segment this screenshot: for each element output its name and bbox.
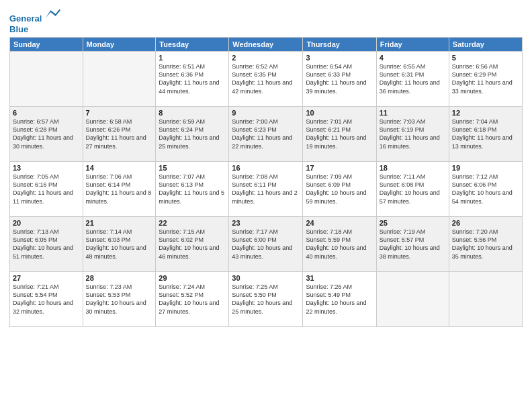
calendar-day-cell: 22Sunrise: 7:15 AMSunset: 6:02 PMDayligh…: [156, 217, 229, 272]
day-info: Sunrise: 7:18 AMSunset: 5:59 PMDaylight:…: [306, 228, 373, 261]
calendar-day-cell: 17Sunrise: 7:09 AMSunset: 6:09 PMDayligh…: [303, 162, 376, 217]
day-info: Sunrise: 7:23 AMSunset: 5:53 PMDaylight:…: [86, 283, 153, 316]
calendar-day-cell: 2Sunrise: 6:52 AMSunset: 6:35 PMDaylight…: [229, 52, 303, 107]
day-info: Sunrise: 6:58 AMSunset: 6:26 PMDaylight:…: [86, 118, 153, 150]
day-number: 7: [86, 109, 153, 117]
day-info: Sunrise: 7:11 AMSunset: 6:08 PMDaylight:…: [380, 173, 446, 205]
calendar-week-row: 1Sunrise: 6:51 AMSunset: 6:36 PMDaylight…: [10, 52, 523, 107]
calendar-day-cell: 1Sunrise: 6:51 AMSunset: 6:36 PMDaylight…: [156, 52, 229, 107]
calendar-day-cell: 4Sunrise: 6:55 AMSunset: 6:31 PMDaylight…: [376, 52, 449, 107]
calendar-week-row: 6Sunrise: 6:57 AMSunset: 6:28 PMDaylight…: [10, 107, 523, 162]
logo-text: General: [9, 7, 60, 24]
day-number: 24: [306, 219, 373, 227]
calendar-day-cell: 11Sunrise: 7:03 AMSunset: 6:19 PMDayligh…: [376, 107, 449, 162]
weekday-header: Thursday: [303, 38, 376, 52]
day-number: 15: [159, 164, 226, 172]
day-number: 13: [13, 164, 80, 172]
day-info: Sunrise: 6:55 AMSunset: 6:31 PMDaylight:…: [380, 62, 446, 95]
day-number: 31: [306, 274, 373, 282]
calendar-day-cell: 25Sunrise: 7:19 AMSunset: 5:57 PMDayligh…: [376, 217, 449, 272]
day-number: 21: [86, 219, 153, 227]
day-info: Sunrise: 7:09 AMSunset: 6:09 PMDaylight:…: [306, 173, 373, 205]
day-info: Sunrise: 7:05 AMSunset: 6:16 PMDaylight:…: [13, 173, 80, 205]
weekday-header: Monday: [83, 38, 156, 52]
calendar-day-cell: 21Sunrise: 7:14 AMSunset: 6:03 PMDayligh…: [83, 217, 156, 272]
day-info: Sunrise: 7:06 AMSunset: 6:14 PMDaylight:…: [86, 173, 153, 205]
day-number: 4: [380, 54, 446, 62]
logo-icon: [46, 7, 60, 21]
calendar-day-cell: 31Sunrise: 7:26 AMSunset: 5:49 PMDayligh…: [303, 272, 376, 327]
calendar-week-row: 20Sunrise: 7:13 AMSunset: 6:05 PMDayligh…: [10, 217, 523, 272]
calendar-day-cell: 3Sunrise: 6:54 AMSunset: 6:33 PMDaylight…: [303, 52, 376, 107]
day-info: Sunrise: 7:15 AMSunset: 6:02 PMDaylight:…: [159, 228, 226, 261]
calendar-day-cell: 27Sunrise: 7:21 AMSunset: 5:54 PMDayligh…: [10, 272, 83, 327]
day-number: 27: [13, 274, 80, 282]
day-info: Sunrise: 7:00 AMSunset: 6:23 PMDaylight:…: [232, 118, 300, 150]
day-info: Sunrise: 7:17 AMSunset: 6:00 PMDaylight:…: [232, 228, 300, 261]
calendar-day-cell: 26Sunrise: 7:20 AMSunset: 5:56 PMDayligh…: [449, 217, 522, 272]
calendar-day-cell: 29Sunrise: 7:24 AMSunset: 5:52 PMDayligh…: [156, 272, 229, 327]
day-number: 17: [306, 164, 373, 172]
day-number: 1: [159, 54, 226, 62]
calendar-day-cell: 14Sunrise: 7:06 AMSunset: 6:14 PMDayligh…: [83, 162, 156, 217]
day-number: 3: [306, 54, 373, 62]
calendar-day-cell: [449, 272, 522, 327]
day-info: Sunrise: 7:03 AMSunset: 6:19 PMDaylight:…: [380, 118, 446, 150]
calendar-day-cell: [83, 52, 156, 107]
weekday-header: Saturday: [449, 38, 522, 52]
day-info: Sunrise: 7:12 AMSunset: 6:06 PMDaylight:…: [452, 173, 519, 205]
day-number: 28: [86, 274, 153, 282]
day-info: Sunrise: 7:26 AMSunset: 5:49 PMDaylight:…: [306, 283, 373, 316]
svg-marker-0: [46, 9, 60, 18]
calendar-day-cell: 28Sunrise: 7:23 AMSunset: 5:53 PMDayligh…: [83, 272, 156, 327]
calendar-day-cell: 19Sunrise: 7:12 AMSunset: 6:06 PMDayligh…: [449, 162, 522, 217]
calendar-day-cell: 16Sunrise: 7:08 AMSunset: 6:11 PMDayligh…: [229, 162, 303, 217]
day-number: 9: [232, 109, 300, 117]
day-number: 5: [452, 54, 519, 62]
calendar-table: SundayMondayTuesdayWednesdayThursdayFrid…: [9, 37, 523, 327]
calendar-day-cell: 23Sunrise: 7:17 AMSunset: 6:00 PMDayligh…: [229, 217, 303, 272]
day-number: 29: [159, 274, 226, 282]
calendar-week-row: 13Sunrise: 7:05 AMSunset: 6:16 PMDayligh…: [10, 162, 523, 217]
calendar-day-cell: 6Sunrise: 6:57 AMSunset: 6:28 PMDaylight…: [10, 107, 83, 162]
day-info: Sunrise: 7:19 AMSunset: 5:57 PMDaylight:…: [380, 228, 446, 261]
calendar-day-cell: 30Sunrise: 7:25 AMSunset: 5:50 PMDayligh…: [229, 272, 303, 327]
day-number: 12: [452, 109, 519, 117]
day-info: Sunrise: 7:07 AMSunset: 6:13 PMDaylight:…: [159, 173, 226, 205]
day-number: 6: [13, 109, 80, 117]
calendar-day-cell: 8Sunrise: 6:59 AMSunset: 6:24 PMDaylight…: [156, 107, 229, 162]
weekday-header: Tuesday: [156, 38, 229, 52]
day-info: Sunrise: 6:56 AMSunset: 6:29 PMDaylight:…: [452, 62, 519, 95]
day-number: 30: [232, 274, 300, 282]
day-number: 2: [232, 54, 300, 62]
day-number: 26: [452, 219, 519, 227]
calendar-day-cell: 18Sunrise: 7:11 AMSunset: 6:08 PMDayligh…: [376, 162, 449, 217]
day-info: Sunrise: 7:01 AMSunset: 6:21 PMDaylight:…: [306, 118, 373, 150]
calendar-day-cell: 20Sunrise: 7:13 AMSunset: 6:05 PMDayligh…: [10, 217, 83, 272]
day-info: Sunrise: 6:59 AMSunset: 6:24 PMDaylight:…: [159, 118, 226, 150]
weekday-header: Friday: [376, 38, 449, 52]
calendar-day-cell: 15Sunrise: 7:07 AMSunset: 6:13 PMDayligh…: [156, 162, 229, 217]
calendar-day-cell: 5Sunrise: 6:56 AMSunset: 6:29 PMDaylight…: [449, 52, 522, 107]
calendar-day-cell: [376, 272, 449, 327]
day-info: Sunrise: 7:14 AMSunset: 6:03 PMDaylight:…: [86, 228, 153, 261]
page-container: General Blue SundayMondayTuesdayWednesda…: [0, 0, 532, 331]
calendar-day-cell: 7Sunrise: 6:58 AMSunset: 6:26 PMDaylight…: [83, 107, 156, 162]
header: General Blue: [9, 7, 523, 34]
logo-blue: Blue: [9, 24, 60, 35]
day-info: Sunrise: 7:13 AMSunset: 6:05 PMDaylight:…: [13, 228, 80, 261]
calendar-week-row: 27Sunrise: 7:21 AMSunset: 5:54 PMDayligh…: [10, 272, 523, 327]
day-info: Sunrise: 7:25 AMSunset: 5:50 PMDaylight:…: [232, 283, 300, 316]
day-number: 19: [452, 164, 519, 172]
weekday-header-row: SundayMondayTuesdayWednesdayThursdayFrid…: [10, 38, 523, 52]
calendar-day-cell: 13Sunrise: 7:05 AMSunset: 6:16 PMDayligh…: [10, 162, 83, 217]
day-info: Sunrise: 6:51 AMSunset: 6:36 PMDaylight:…: [159, 62, 226, 95]
weekday-header: Sunday: [10, 38, 83, 52]
day-number: 22: [159, 219, 226, 227]
day-number: 16: [232, 164, 300, 172]
day-number: 23: [232, 219, 300, 227]
logo: General Blue: [9, 7, 60, 34]
day-info: Sunrise: 7:04 AMSunset: 6:18 PMDaylight:…: [452, 118, 519, 150]
day-info: Sunrise: 6:52 AMSunset: 6:35 PMDaylight:…: [232, 62, 300, 95]
day-number: 11: [380, 109, 446, 117]
